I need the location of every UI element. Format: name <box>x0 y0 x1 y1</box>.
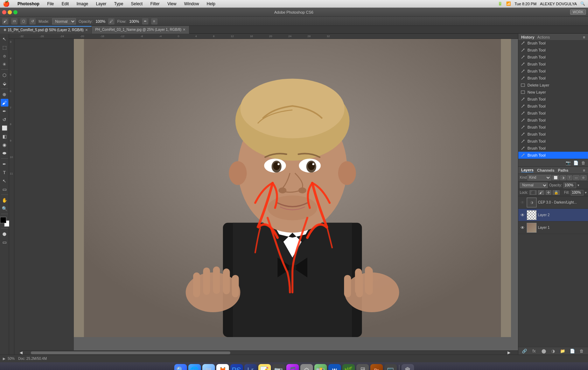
layer-item-1[interactable]: 👁 Layer 1 <box>518 221 588 234</box>
foreground-color-box[interactable] <box>0 217 6 223</box>
layers-panel-menu[interactable]: ≡ <box>583 168 585 172</box>
history-item-9[interactable]: Brush Tool <box>518 103 588 110</box>
layer-visibility-2[interactable]: 👁 <box>520 212 525 218</box>
scroll-right-btn[interactable]: ▶ <box>507 350 518 355</box>
canvas-scrollbar-h[interactable]: ◀ ▶ <box>20 350 518 355</box>
history-item-6[interactable]: Delete Layer <box>518 82 588 89</box>
tab-2-close[interactable]: ✕ <box>183 28 186 32</box>
new-layer-btn[interactable]: 📄 <box>569 348 575 354</box>
close-window-btn[interactable] <box>2 10 6 14</box>
dock-app3[interactable]: 💻 <box>384 364 397 370</box>
history-item-15[interactable]: Brush Tool <box>518 145 588 152</box>
selection-tool-btn[interactable]: ⬚ <box>1 43 8 51</box>
tab-1[interactable]: ✱ 15_PH_ComRet_5.psd @ 50% (Layer 2, RGB… <box>0 26 92 34</box>
maximize-window-btn[interactable] <box>13 10 18 14</box>
filter-menu[interactable]: Filter <box>149 1 161 6</box>
dock-trash[interactable]: 🗑 <box>401 364 414 370</box>
tab-2[interactable]: PH_ComRet_03_1_Name.jpg @ 25% (Layer 1, … <box>92 26 189 34</box>
layer-visibility-1[interactable]: 👁 <box>520 225 525 231</box>
history-item-16[interactable]: Brush Tool <box>518 152 588 159</box>
type-tool-btn[interactable]: T <box>1 169 8 176</box>
layer-item-2[interactable]: 👁 Layer 2 <box>518 209 588 221</box>
dock-camera[interactable]: 📷 <box>272 364 285 370</box>
align-icon[interactable]: ≡ <box>151 18 158 25</box>
shape-tool-btn[interactable]: ▭ <box>1 185 8 193</box>
new-doc-btn[interactable]: 📄 <box>573 160 579 166</box>
dock-finder[interactable]: 🔍 <box>174 364 187 370</box>
history-item-7[interactable]: New Layer <box>518 89 588 96</box>
eyedropper-tool-btn[interactable]: ⬙ <box>1 80 8 87</box>
dock-lightroom[interactable]: Lr <box>244 364 257 370</box>
opacity-input[interactable] <box>564 183 576 188</box>
play-btn[interactable]: ▶ <box>3 357 6 361</box>
history-item-10[interactable]: Brush Tool <box>518 110 588 117</box>
lock-position-btn[interactable]: ✛ <box>546 190 551 195</box>
opacity-chevron[interactable]: ▾ <box>578 183 579 187</box>
fill-chevron[interactable]: ▾ <box>585 191 587 194</box>
pen-tool-btn[interactable]: ✒ <box>1 160 8 168</box>
window-menu[interactable]: Window <box>183 1 201 6</box>
history-brush-btn[interactable]: ↺ <box>1 116 8 123</box>
layer-item-cep[interactable]: 👁 ◑ CEP 3.0 - Darken/Light... <box>518 196 588 209</box>
dock-iphoto[interactable]: 📸 <box>314 364 327 370</box>
brush-history-icon[interactable]: ↺ <box>29 18 36 25</box>
photo-canvas[interactable] <box>74 39 511 337</box>
new-snapshot-btn[interactable]: 📷 <box>565 160 571 166</box>
history-item-12[interactable]: Brush Tool <box>518 124 588 131</box>
opacity-toggle-icon[interactable]: 🖊 <box>108 18 114 25</box>
scrollbar-thumb-h[interactable] <box>31 351 230 354</box>
new-adj-layer-btn[interactable]: ◑ <box>550 348 556 354</box>
filter-pixel-btn[interactable]: ⬜ <box>552 175 559 180</box>
actions-title[interactable]: Actions <box>537 35 550 39</box>
crop-tool-btn[interactable]: ⬡ <box>1 71 8 79</box>
layer-kind-filter[interactable]: Kind <box>527 175 551 180</box>
dock-mail[interactable]: ✉ <box>202 364 215 370</box>
dodge-tool-btn[interactable]: ⬬ <box>1 149 8 157</box>
paths-tab[interactable]: Paths <box>558 168 568 172</box>
history-item-8[interactable]: Brush Tool <box>518 96 588 103</box>
healing-brush-btn[interactable]: ⊕ <box>1 90 8 98</box>
gradient-tool-btn[interactable]: ◧ <box>1 132 8 140</box>
layer-visibility-cep[interactable]: 👁 <box>520 200 525 205</box>
dock-prefs[interactable]: ⚙ <box>300 364 313 370</box>
channels-tab[interactable]: Channels <box>537 168 554 172</box>
history-title[interactable]: History <box>521 35 534 39</box>
lock-all-btn[interactable]: 🔒 <box>553 190 560 195</box>
history-panel-menu[interactable]: ≡ <box>583 35 585 39</box>
filter-adj-btn[interactable]: ◑ <box>560 175 566 180</box>
brush-preset-icon[interactable]: 🖌 <box>2 18 8 25</box>
delete-history-btn[interactable]: 🗑 <box>580 160 587 166</box>
fill-input[interactable] <box>571 190 583 196</box>
add-mask-btn[interactable]: ⬤ <box>540 348 547 354</box>
tab-1-close[interactable]: ✕ <box>85 28 88 32</box>
clone-stamp-btn[interactable]: ✒ <box>1 107 8 115</box>
apple-menu[interactable]: 🍎 <box>3 0 10 7</box>
dock-app2[interactable]: 🖥 <box>356 364 369 370</box>
history-item-4[interactable]: Brush Tool <box>518 68 588 75</box>
brush-hardness-icon[interactable]: ⬡ <box>20 18 27 25</box>
new-group-btn[interactable]: 📁 <box>560 348 566 354</box>
dock-photoshop[interactable]: PS <box>230 364 243 370</box>
edit-menu[interactable]: Edit <box>60 1 70 6</box>
app-name-menu[interactable]: Photoshop <box>16 1 41 6</box>
select-menu[interactable]: Select <box>130 1 144 6</box>
brush-tool-btn[interactable]: 🖌 <box>1 99 8 107</box>
history-item-11[interactable]: Brush Tool <box>518 117 588 124</box>
add-style-btn[interactable]: fx <box>531 348 537 354</box>
history-item-14[interactable]: Brush Tool <box>518 138 588 145</box>
zoom-tool-btn[interactable]: 🔍 <box>1 205 8 212</box>
dock-safari[interactable]: 🌐 <box>188 364 201 370</box>
dock-word[interactable]: W <box>328 364 341 370</box>
workspace-button[interactable]: WORK <box>570 9 586 15</box>
dock-stickies[interactable]: 📝 <box>258 364 271 370</box>
image-menu[interactable]: Image <box>75 1 90 6</box>
quick-mask-btn[interactable]: ⬤ <box>1 230 8 238</box>
dock-app1[interactable]: 🌿 <box>342 364 355 370</box>
history-item-13[interactable]: Brush Tool <box>518 131 588 138</box>
minimize-window-btn[interactable] <box>8 10 12 14</box>
path-selection-btn[interactable]: ↖ <box>1 177 8 185</box>
delete-layer-btn[interactable]: 🗑 <box>579 348 585 354</box>
mode-select[interactable]: Normal Multiply Screen <box>52 18 76 25</box>
dock-itunes[interactable]: 🎵 <box>286 364 299 370</box>
search-icon[interactable]: 🔍 <box>580 1 585 6</box>
